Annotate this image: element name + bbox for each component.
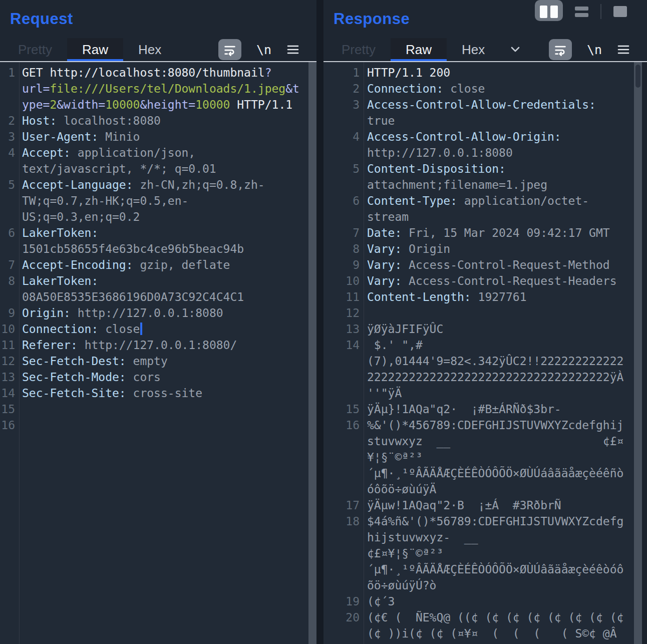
response-tab-raw[interactable]: Raw [391,38,447,61]
token-plain: HTTP/1.1 [230,98,292,111]
tab-label: Pretty [18,42,52,58]
line-text: Content-Length: 1927761 [360,289,634,305]
code-line: 14Sec-Fetch-Site: cross-site [0,385,308,401]
line-text: Host: localhost:8080 [15,113,308,129]
newline-toggle-icon[interactable]: \n [587,43,602,57]
code-line: 8LakerToken: 08A50E8535E3686196D0A73C92C… [0,273,308,305]
code-line: 13ÿØÿàJFIFÿÛC [324,321,634,337]
request-tab-raw[interactable]: Raw [67,38,123,61]
panel-splitter[interactable] [316,0,324,644]
token-name: LakerToken: [22,226,98,239]
code-line: 7Date: Fri, 15 Mar 2024 09:42:17 GMT [324,225,634,241]
single-pane-icon[interactable] [613,6,627,17]
code-line: 5Accept-Language: zh-CN,zh;q=0.8,zh-TW;q… [0,177,308,225]
token-plain: GET http://localhost:8080/thumbnail [22,66,265,79]
token-name: Accept-Language: [22,178,133,191]
line-text: Content-Type: application/octet-stream [360,193,634,225]
layout-controls [535,0,627,23]
menu-icon[interactable] [617,44,630,55]
code-line: 2Host: localhost:8080 [0,113,308,129]
line-text: Accept-Encoding: gzip, deflate [15,257,308,273]
request-panel-title: Request [10,10,73,28]
request-editor[interactable]: 1GET http://localhost:8080/thumbnail?url… [0,62,308,644]
word-wrap-icon[interactable] [549,39,572,60]
token-name: Date: [367,226,402,239]
line-number: 13 [0,369,15,385]
scrollbar-thumb[interactable] [635,65,640,88]
token-val: Access-Control-Request-Method [402,258,609,271]
response-tab-hex[interactable]: Hex [447,38,500,61]
word-wrap-icon[interactable] [218,39,241,60]
token-name: Sec-Fetch-Mode: [22,371,126,384]
line-text: Vary: Access-Control-Request-Method [360,257,634,273]
tab-label: Raw [406,42,432,58]
line-number: 11 [324,289,360,305]
code-line: 1GET http://localhost:8080/thumbnail?url… [0,65,308,113]
line-number: 14 [324,337,360,401]
newline-toggle-icon[interactable]: \n [256,43,271,57]
token-name: Content-Type: [367,194,457,207]
token-val: Origin [402,242,450,255]
line-text: Origin: http://127.0.0.1:8080 [15,305,308,321]
code-line: 4Access-Control-Allow-Origin: http://127… [324,129,634,161]
token-val: empty [126,355,168,368]
code-line: 1HTTP/1.1 200 [324,65,634,81]
token-bin: (¢€ ( ÑE%Q@ ((¢ (¢ (¢ (¢ (¢ (¢ (¢ (¢ (¢ … [367,611,630,644]
line-text: Connection: close [360,81,634,97]
gutter-separator [19,62,20,644]
token-name: Origin: [22,306,71,319]
line-number: 2 [0,113,15,129]
token-val: close [98,323,140,336]
line-number: 16 [0,417,15,433]
split-bottom-pane [575,13,588,17]
response-tab-pretty[interactable]: Pretty [327,38,391,61]
token-param: &width= [57,98,105,111]
chevron-down-icon[interactable] [508,38,523,61]
token-name: Accept: [22,146,71,159]
split-rows-icon[interactable] [575,7,588,17]
token-name: Vary: [367,274,402,287]
line-text: Access-Control-Allow-Credentials: true [360,97,634,129]
line-number: 7 [324,225,360,241]
split-columns-icon[interactable] [535,0,563,21]
response-scrollbar[interactable] [634,62,642,644]
code-line: 13Sec-Fetch-Mode: cors [0,369,308,385]
code-line: 18$4á%ñ&'()*56789:CDEFGHIJSTUVWXYZcdefgh… [324,513,634,593]
token-bin: ÿÄµw!1AQaq"2·B ¡±Á #3RðbrÑ [367,499,561,512]
response-editor[interactable]: 1HTTP/1.1 2002Connection: close3Access-C… [324,62,634,644]
request-tab-pretty[interactable]: Pretty [3,38,67,61]
active-tab-underline [391,59,447,61]
code-line: 15 [0,401,308,417]
active-tab-underline [67,59,123,61]
line-number: 20 [324,609,360,644]
token-name: Sec-Fetch-Site: [22,387,126,400]
split-right-pane [550,6,558,18]
split-top-pane [575,7,588,11]
token-str: 10000 [195,98,230,111]
response-toolbar: \n [549,38,647,61]
code-line: 3Access-Control-Allow-Credentials: true [324,97,634,129]
line-number: 1 [324,65,360,81]
token-name: Access-Control-Allow-Origin: [367,130,561,143]
line-text: (¢´3 [360,593,634,609]
line-text: Date: Fri, 15 Mar 2024 09:42:17 GMT [360,225,634,241]
line-text: Accept: application/json, text/javascrip… [15,145,308,177]
code-line: 10Connection: close [0,321,308,337]
token-param: &height= [140,98,195,111]
code-line: 3User-Agent: Minio [0,129,308,145]
token-name: Content-Disposition: [367,162,506,175]
request-panel: Request Pretty Raw Hex [0,0,316,644]
line-text: Vary: Origin [360,241,634,257]
menu-icon[interactable] [286,44,299,55]
token-bin: $.' ",#(7),01444'9=82<.342ÿÛC2!!22222222… [367,339,623,400]
line-text [15,401,308,417]
request-tab-hex[interactable]: Hex [123,38,176,61]
code-line: 9Origin: http://127.0.0.1:8080 [0,305,308,321]
line-text: %&'()*456789:CDEFGHIJSTUVWXYZcdefghijstu… [360,417,634,497]
line-text: HTTP/1.1 200 [360,65,634,81]
line-text: $4á%ñ&'()*56789:CDEFGHIJSTUVWXYZcdefghij… [360,513,634,593]
line-text: Access-Control-Allow-Origin: http://127.… [360,129,634,161]
request-editor-body: 1GET http://localhost:8080/thumbnail?url… [0,62,316,644]
request-scrollbar[interactable] [308,62,316,644]
line-number: 5 [0,177,15,225]
